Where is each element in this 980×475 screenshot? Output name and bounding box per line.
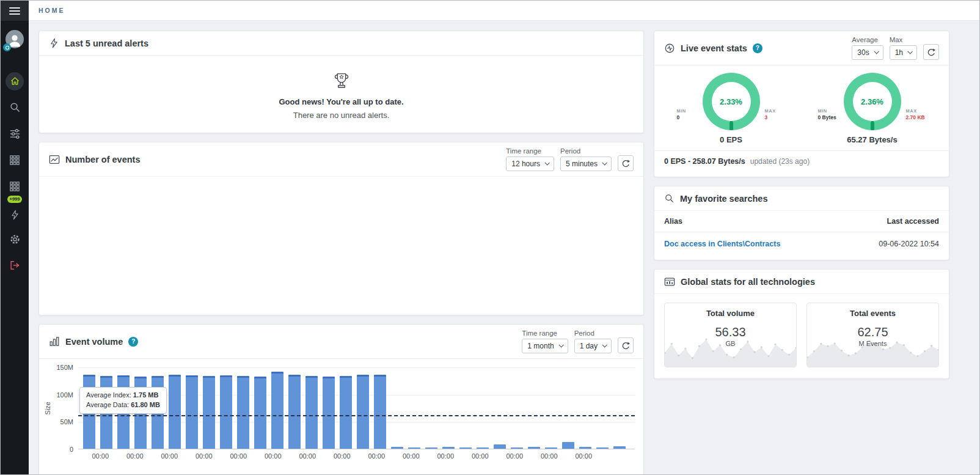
x-tick: 00:00 <box>325 452 360 460</box>
bar[interactable] <box>220 375 232 449</box>
x-tick: 00:00 <box>256 452 291 460</box>
bytes-min: MIN 0 Bytes <box>818 108 839 130</box>
bar[interactable] <box>477 447 489 449</box>
bar[interactable] <box>203 376 215 449</box>
activity-icon <box>664 43 675 54</box>
bar[interactable] <box>374 375 386 449</box>
bytes-max: MAX 2.70 KB <box>906 108 927 130</box>
card-title: Global stats for all technologies <box>681 277 815 287</box>
max-label: MAX <box>765 108 786 114</box>
bar[interactable] <box>186 375 198 449</box>
sidebar-item-logout[interactable] <box>1 252 29 279</box>
bar[interactable] <box>511 447 523 449</box>
bar[interactable] <box>237 376 249 449</box>
bar[interactable] <box>579 447 591 449</box>
max-value: 3 <box>765 114 786 120</box>
tile-unit: GB <box>665 340 796 347</box>
donut-zone: MIN 0 2.33% MAX 3 MIN <box>654 65 949 130</box>
bar[interactable] <box>442 447 455 449</box>
live-stats-controls: Average 30s Max 1h <box>852 32 939 64</box>
sidebar: +999 <box>1 1 29 474</box>
sidebar-item-alerts[interactable] <box>1 204 29 226</box>
donut-percent: 2.36% <box>844 73 901 130</box>
alerts-subtext: There are no unread alerts. <box>293 111 390 120</box>
bar[interactable] <box>613 446 626 449</box>
sidebar-item-filters[interactable] <box>1 120 29 147</box>
eps-caption: 0 EPS <box>660 135 802 144</box>
y-tick: 100M <box>56 391 73 399</box>
breadcrumb[interactable]: HOME <box>38 7 65 14</box>
bar[interactable] <box>323 377 335 449</box>
unread-alerts-header: Last 5 unread alerts <box>39 31 643 56</box>
app-window: +999 HOME <box>0 0 980 475</box>
help-icon[interactable]: ? <box>128 337 138 347</box>
min-label: MIN <box>818 108 839 114</box>
time-range-control: Time range 1 month <box>522 330 568 353</box>
bar[interactable] <box>408 447 420 449</box>
bar[interactable] <box>596 447 609 449</box>
card-title: Event volume <box>65 337 123 347</box>
bar[interactable] <box>357 375 369 449</box>
bar[interactable] <box>528 447 540 449</box>
footer-stats: 0 EPS - 258.07 Bytes/s <box>664 157 745 166</box>
card-title: Last 5 unread alerts <box>65 39 148 48</box>
max-select[interactable]: 1h <box>890 45 917 60</box>
time-range-value: 1 month <box>527 342 554 350</box>
x-tick: 00:00 <box>566 452 601 460</box>
global-stats-card: Global stats for all technologies Total … <box>654 269 949 379</box>
bar[interactable] <box>340 376 352 449</box>
eps-min: MIN 0 <box>677 108 698 130</box>
avatar[interactable] <box>5 30 24 48</box>
footer-updated: updated (23s ago) <box>750 157 810 166</box>
refresh-button[interactable] <box>618 155 634 171</box>
sliders-icon <box>9 128 21 139</box>
stats-card-icon <box>664 276 675 287</box>
refresh-button[interactable] <box>618 337 634 353</box>
refresh-button[interactable] <box>923 44 939 60</box>
volume-header-controls: Time range 1 month Period 1 day <box>522 326 634 357</box>
bar-chart-icon <box>49 336 60 347</box>
time-range-select[interactable]: 12 hours <box>506 156 554 171</box>
left-column: Last 5 unread alerts Good news! You' <box>38 31 644 474</box>
sidebar-item-search[interactable] <box>1 94 29 120</box>
chevron-down-icon <box>558 342 563 347</box>
eps-donut-chart: 2.33% <box>703 73 760 130</box>
x-tick: 00:00 <box>83 452 118 460</box>
search-icon <box>9 101 21 113</box>
bar[interactable] <box>562 442 574 449</box>
chevron-down-icon <box>544 160 549 165</box>
help-icon[interactable]: ? <box>753 43 762 53</box>
time-range-label: Time range <box>506 147 554 155</box>
main-content: Last 5 unread alerts Good news! You' <box>29 21 979 474</box>
unread-alerts-card: Last 5 unread alerts Good news! You' <box>38 31 644 133</box>
sidebar-item-home[interactable] <box>1 68 29 94</box>
col-last-accessed: Last accessed <box>887 217 939 226</box>
bar[interactable] <box>494 444 506 449</box>
gear-icon <box>9 234 21 245</box>
bar[interactable] <box>169 375 181 449</box>
sidebar-item-apps[interactable] <box>1 147 29 173</box>
period-select[interactable]: 5 minutes <box>560 156 612 171</box>
bar[interactable] <box>254 377 266 449</box>
bar[interactable] <box>271 372 283 449</box>
tile-title: Total events <box>807 303 938 318</box>
table-row[interactable]: Doc access in Clients\Contracts 09-06-20… <box>654 232 949 256</box>
bar[interactable] <box>288 375 301 449</box>
bar[interactable] <box>545 447 557 449</box>
total-volume-tile: Total volume 56.33 GB <box>664 303 797 367</box>
time-range-select[interactable]: 1 month <box>522 339 568 353</box>
eps-max: MAX 3 <box>765 108 786 130</box>
favorite-search-link[interactable]: Doc access in Clients\Contracts <box>664 240 780 248</box>
bar[interactable] <box>305 376 318 449</box>
sidebar-item-settings[interactable] <box>1 226 29 252</box>
bar[interactable] <box>459 447 472 449</box>
period-select[interactable]: 1 day <box>574 339 612 353</box>
bar[interactable] <box>425 447 437 449</box>
tooltip-label: Average Data: <box>86 401 129 408</box>
bar[interactable] <box>391 447 403 449</box>
average-select[interactable]: 30s <box>852 45 883 60</box>
x-tick: 00:00 <box>463 452 498 460</box>
donut-percent: 2.33% <box>703 73 760 130</box>
live-stats-header: Live event stats ? Average 30s Max <box>654 31 949 65</box>
menu-button[interactable] <box>1 1 29 21</box>
